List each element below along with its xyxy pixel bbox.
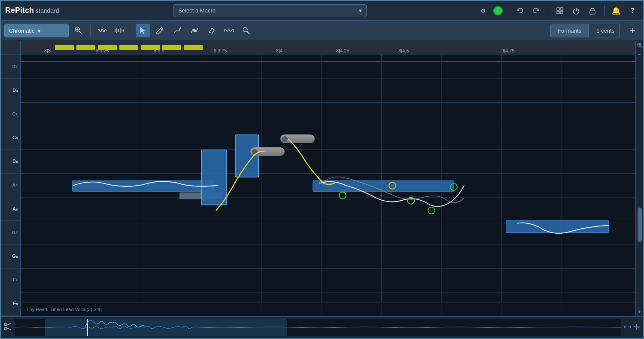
macro-settings-icon[interactable]: ⚙ bbox=[477, 4, 490, 17]
note-block-1[interactable] bbox=[72, 180, 214, 192]
marker-8-35: 8|3.5 bbox=[154, 48, 164, 53]
formants-button[interactable]: Formants bbox=[550, 24, 589, 37]
key-g3[interactable]: G₃ bbox=[1, 245, 20, 269]
key-asharp[interactable]: A♯ bbox=[1, 174, 20, 197]
svg-rect-2 bbox=[557, 11, 559, 14]
svg-line-15 bbox=[161, 28, 162, 30]
draw-tool-btn[interactable] bbox=[170, 24, 185, 37]
pitch-grid[interactable]: Tiny Heart Tuned Lead Vocal(3)-24b bbox=[21, 55, 635, 316]
tool-handle-1[interactable] bbox=[250, 147, 285, 156]
scale-select[interactable]: Chromatic ▾ bbox=[4, 24, 69, 37]
key-c3[interactable]: C₃ bbox=[1, 126, 20, 150]
green-handle-4[interactable] bbox=[450, 183, 458, 191]
scroll-plus-icon[interactable]: + bbox=[638, 309, 641, 314]
key-dsharp[interactable]: D♯ bbox=[1, 55, 20, 79]
vibrato-tool-btn[interactable] bbox=[222, 24, 236, 37]
app-title: RePitch bbox=[5, 6, 34, 15]
status-text: Tiny Heart Tuned Lead Vocal(3)-24b bbox=[26, 307, 102, 312]
piano-roll: D♯ D₄ C♯ C₃ B₃ A♯ A₃ G♯ G₃ F♯ F₃ bbox=[1, 41, 21, 316]
vgrid-8 bbox=[501, 55, 502, 316]
marker-8-45: 8|4.5 bbox=[398, 48, 409, 53]
svg-rect-4 bbox=[590, 10, 595, 14]
vgrid-beat bbox=[261, 55, 261, 316]
row-csharp bbox=[21, 103, 635, 126]
scroll-track[interactable] bbox=[638, 58, 642, 307]
macro-arrow-icon: ▾ bbox=[359, 7, 362, 14]
piano-header-spacer bbox=[1, 41, 20, 55]
row-b3 bbox=[21, 150, 635, 174]
marker-8-375: 8|3.75 bbox=[214, 48, 227, 53]
toolbar-separator-2 bbox=[131, 24, 131, 37]
bottom-waveform bbox=[1, 316, 643, 338]
scroll-zoom-icon[interactable] bbox=[637, 42, 643, 49]
tool-handle-2[interactable] bbox=[280, 134, 315, 143]
green-handle-3[interactable] bbox=[428, 207, 435, 214]
marker-8-425: 8|4.25 bbox=[336, 48, 349, 53]
status-indicator bbox=[493, 6, 503, 15]
cents-display: 1 cents bbox=[591, 24, 620, 37]
macro-select[interactable]: Select a Macro ▾ bbox=[173, 4, 367, 17]
vgrid-9 bbox=[562, 55, 562, 316]
app-logo: RePitch standard bbox=[5, 6, 59, 15]
green-handle-2[interactable] bbox=[407, 197, 415, 205]
second-toolbar: Chromatic ▾ bbox=[1, 21, 643, 41]
handle-circle-2 bbox=[282, 136, 288, 142]
app-container: RePitch standard Select a Macro ▾ ⚙ bbox=[0, 0, 644, 339]
scroll-minus-icon[interactable]: − bbox=[638, 52, 641, 57]
pencil-tool-btn[interactable] bbox=[153, 24, 167, 37]
help-icon[interactable]: ? bbox=[626, 4, 639, 17]
green-handle-1[interactable] bbox=[339, 192, 346, 199]
row-c3 bbox=[21, 126, 635, 150]
select-tool-btn[interactable] bbox=[136, 24, 150, 37]
scroll-thumb[interactable] bbox=[638, 208, 642, 242]
zoom-btn[interactable] bbox=[625, 24, 640, 37]
top-toolbar: RePitch standard Select a Macro ▾ ⚙ bbox=[1, 1, 643, 21]
yellow-handle-1[interactable] bbox=[389, 182, 396, 189]
key-gsharp[interactable]: G♯ bbox=[1, 221, 20, 244]
curve-tool-btn[interactable] bbox=[187, 24, 202, 37]
magnify-tool-btn[interactable] bbox=[239, 24, 253, 37]
handle-circle bbox=[252, 149, 258, 155]
waveform-controls bbox=[623, 323, 641, 332]
marker-8-4: 8|4 bbox=[276, 48, 283, 53]
timeline-seg-4 bbox=[119, 45, 138, 50]
svg-rect-3 bbox=[560, 11, 563, 14]
marker-8-325: 8|3.25 bbox=[96, 48, 109, 53]
note-selected-block-2[interactable] bbox=[235, 134, 259, 177]
row-d4 bbox=[21, 79, 635, 102]
lock-icon[interactable] bbox=[586, 4, 599, 17]
waveform-tool-2[interactable] bbox=[112, 24, 127, 37]
note-selected-block-1[interactable] bbox=[201, 150, 227, 205]
key-fsharp[interactable]: F♯ bbox=[1, 269, 20, 292]
key-b3[interactable]: B₃ bbox=[1, 150, 20, 174]
key-a3[interactable]: A₃ bbox=[1, 197, 20, 221]
scale-label: Chromatic bbox=[9, 27, 34, 34]
alert-icon[interactable]: 🔔 bbox=[610, 4, 623, 17]
separator-3 bbox=[604, 6, 605, 16]
key-csharp[interactable]: C♯ bbox=[1, 102, 20, 126]
marker-8-3: 8|3 bbox=[44, 48, 51, 53]
power-icon[interactable] bbox=[570, 4, 583, 17]
key-d4[interactable]: D₄ bbox=[1, 79, 20, 102]
waveform-fit-btn[interactable] bbox=[623, 323, 631, 332]
svg-line-21 bbox=[247, 31, 249, 34]
waveform-svg bbox=[15, 319, 621, 336]
undo-button[interactable] bbox=[513, 4, 526, 17]
svg-point-20 bbox=[243, 27, 247, 32]
app-subtitle: standard bbox=[36, 7, 59, 14]
key-f3[interactable]: F₃ bbox=[1, 292, 20, 316]
cut-icon[interactable] bbox=[3, 322, 12, 333]
redo-button[interactable] bbox=[530, 4, 543, 17]
erase-tool-btn[interactable] bbox=[204, 24, 219, 37]
grid-icon[interactable] bbox=[553, 4, 566, 17]
waveform-tool-1[interactable] bbox=[95, 24, 109, 37]
info-bar: Tiny Heart Tuned Lead Vocal(3)-24b bbox=[21, 302, 635, 316]
editor-area: 8|3 8|3.25 8|3.5 8|3.75 8|4 8|4.25 8|4.5… bbox=[21, 41, 635, 316]
note-block-3[interactable] bbox=[506, 220, 609, 233]
scale-toggle-btn[interactable] bbox=[71, 24, 86, 37]
waveform-display[interactable] bbox=[15, 319, 621, 336]
note-block-2[interactable] bbox=[313, 180, 454, 192]
piano-keys: D♯ D₄ C♯ C₃ B₃ A♯ A₃ G♯ G₃ F♯ F₃ bbox=[1, 55, 20, 316]
waveform-zoom-btn[interactable] bbox=[633, 323, 641, 332]
right-scrollbar[interactable]: − + bbox=[635, 41, 643, 316]
